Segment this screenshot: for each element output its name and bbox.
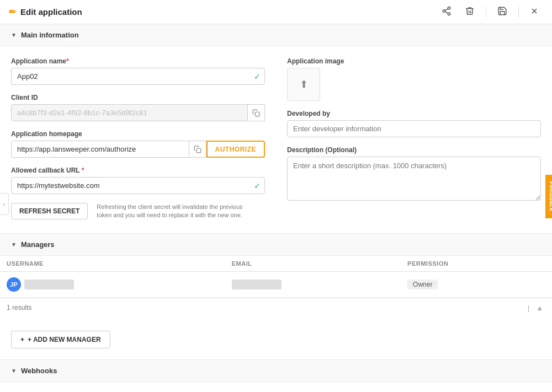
- panel-title: ✏ Edit application: [9, 7, 82, 17]
- client-id-copy-button[interactable]: [248, 104, 265, 121]
- upload-icon: ⬆: [300, 78, 308, 90]
- table-footer-actions: | ▲: [526, 303, 545, 313]
- main-panel: › ✏ Edit application: [0, 0, 552, 392]
- main-info-body: Application name* ✓ Client ID: [0, 46, 552, 233]
- permission-badge: Owner: [407, 280, 438, 289]
- header-actions: [437, 3, 543, 22]
- share-icon: [442, 6, 452, 16]
- app-image-group: Application image ⬆: [287, 57, 541, 101]
- homepage-copy-button[interactable]: [189, 141, 206, 158]
- check-icon-2: ✓: [254, 181, 261, 190]
- app-homepage-group: Application homepage AUTHORIZE: [11, 130, 265, 158]
- client-id-input-wrapper: [11, 104, 265, 121]
- add-manager-label: + ADD NEW MANAGER: [28, 336, 101, 343]
- permission-col-header: PERMISSION: [401, 256, 552, 272]
- developed-by-group: Developed by: [287, 110, 541, 137]
- email-cell: ████████: [225, 271, 401, 297]
- copy-icon-2: [194, 146, 201, 153]
- form-left-col: Application name* ✓ Client ID: [11, 57, 265, 220]
- save-button[interactable]: [493, 3, 512, 22]
- copy-icon: [252, 109, 260, 117]
- webhooks-section: ▼ Webhooks There are no webhooks created…: [0, 360, 552, 392]
- check-icon: ✓: [254, 72, 261, 81]
- delete-button[interactable]: [460, 3, 479, 22]
- app-image-label: Application image: [287, 57, 541, 65]
- close-icon: [530, 7, 539, 15]
- svg-point-0: [448, 7, 450, 9]
- form-right-col: Application image ⬆ Developed by Descrip…: [287, 57, 541, 220]
- app-name-input[interactable]: [11, 68, 265, 85]
- app-homepage-input[interactable]: [11, 141, 189, 158]
- authorize-button[interactable]: AUTHORIZE: [206, 141, 266, 158]
- edit-icon: ✏: [9, 7, 16, 17]
- app-homepage-label: Application homepage: [11, 130, 265, 138]
- app-homepage-input-wrapper: AUTHORIZE: [11, 141, 265, 158]
- webhooks-section-label: Webhooks: [21, 367, 57, 375]
- main-info-form: Application name* ✓ Client ID: [11, 57, 541, 220]
- main-info-section-label: Main information: [21, 31, 79, 39]
- app-name-label: Application name*: [11, 57, 265, 65]
- app-name-required: *: [66, 57, 69, 65]
- client-id-input: [11, 104, 248, 121]
- managers-table-head: USERNAME EMAIL PERMISSION: [0, 256, 552, 272]
- main-info-section-header[interactable]: ▼ Main information: [0, 24, 552, 46]
- managers-table-header-row: USERNAME EMAIL PERMISSION: [0, 256, 552, 272]
- svg-line-4: [445, 8, 448, 10]
- webhooks-empty-message: There are no webhooks created for this a…: [0, 382, 552, 392]
- developed-by-input[interactable]: [287, 120, 541, 137]
- description-textarea[interactable]: [287, 157, 541, 201]
- svg-point-2: [448, 13, 450, 15]
- table-footer: 1 results | ▲: [0, 298, 552, 318]
- username-col-header: USERNAME: [0, 256, 225, 272]
- sort-desc-button[interactable]: ▲: [534, 303, 545, 313]
- chevron-down-icon-3: ▼: [11, 368, 17, 374]
- managers-body: USERNAME EMAIL PERMISSION JP █████████: [0, 256, 552, 359]
- permission-cell: Owner: [401, 271, 552, 297]
- close-button[interactable]: [526, 3, 543, 21]
- results-count: 1 results: [7, 304, 31, 312]
- page-title: Edit application: [20, 7, 82, 17]
- plus-icon: +: [20, 336, 24, 343]
- save-icon: [497, 6, 507, 16]
- client-id-label: Client ID: [11, 94, 265, 101]
- username-cell: JP █████████: [0, 271, 225, 297]
- username-blurred: █████████: [24, 280, 74, 289]
- managers-section-header[interactable]: ▼ Managers: [0, 234, 552, 256]
- sidebar-toggle[interactable]: ›: [0, 193, 9, 215]
- table-row: JP █████████ ████████ Owner: [0, 271, 552, 297]
- callback-url-label: Allowed callback URL *: [11, 167, 265, 174]
- svg-point-1: [443, 9, 445, 12]
- username-cell-inner: JP █████████: [7, 277, 219, 292]
- avatar: JP: [7, 277, 21, 292]
- app-name-group: Application name* ✓: [11, 57, 265, 85]
- managers-section-label: Managers: [21, 240, 55, 249]
- callback-url-input[interactable]: [11, 177, 265, 194]
- sort-asc-button[interactable]: |: [526, 303, 532, 313]
- callback-url-input-wrapper: ✓: [11, 177, 265, 194]
- main-information-section: ▼ Main information Application name* ✓: [0, 24, 552, 234]
- svg-rect-8: [197, 148, 201, 153]
- webhooks-section-header[interactable]: ▼ Webhooks: [0, 360, 552, 382]
- svg-rect-7: [255, 112, 259, 116]
- add-new-manager-button[interactable]: + + ADD NEW MANAGER: [11, 331, 110, 348]
- refresh-note: Refreshing the client secret will invali…: [97, 203, 242, 220]
- header-divider-2: [518, 7, 519, 18]
- description-label: Description (Optional): [287, 146, 541, 154]
- delete-icon: [465, 6, 475, 16]
- chevron-down-icon-2: ▼: [11, 241, 17, 248]
- developed-by-label: Developed by: [287, 110, 541, 117]
- managers-table-body: JP █████████ ████████ Owner: [0, 271, 552, 297]
- svg-line-3: [445, 12, 448, 13]
- image-upload-box[interactable]: ⬆: [287, 68, 320, 101]
- header-divider: [486, 7, 486, 18]
- managers-section: ▼ Managers USERNAME EMAIL PERMISSION: [0, 234, 552, 360]
- description-group: Description (Optional): [287, 146, 541, 202]
- add-manager-container: + + ADD NEW MANAGER: [0, 318, 552, 359]
- chevron-down-icon: ▼: [11, 32, 17, 38]
- callback-url-group: Allowed callback URL * ✓: [11, 167, 265, 194]
- feedback-tab[interactable]: Feedback: [545, 174, 552, 218]
- share-button[interactable]: [437, 3, 456, 22]
- managers-table: USERNAME EMAIL PERMISSION JP █████████: [0, 256, 552, 298]
- refresh-secret-button[interactable]: REFRESH SECRET: [11, 203, 88, 219]
- email-blurred: ████████: [232, 280, 282, 289]
